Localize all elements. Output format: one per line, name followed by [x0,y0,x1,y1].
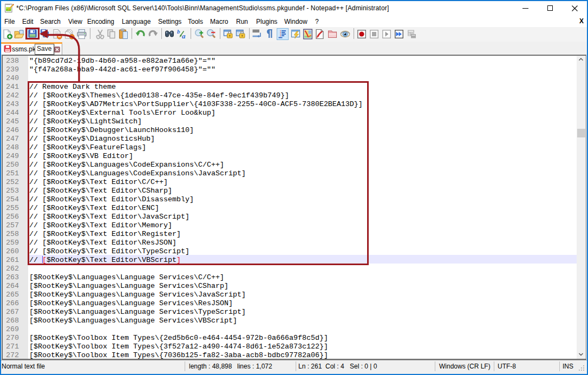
svg-text:b: b [177,28,180,35]
